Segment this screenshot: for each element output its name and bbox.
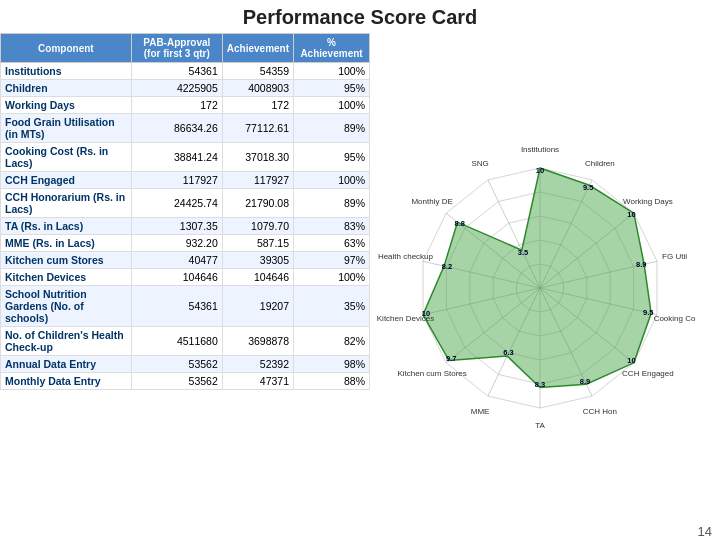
value-cell: 47371 <box>222 373 293 390</box>
value-cell: 104646 <box>131 269 222 286</box>
component-cell: No. of Children's Health Check-up <box>1 327 132 356</box>
component-cell: CCH Honorarium (Rs. in Lacs) <box>1 189 132 218</box>
pct-cell: 63% <box>294 235 370 252</box>
radar-label: FG Util <box>662 252 687 261</box>
pct-cell: 97% <box>294 252 370 269</box>
radar-value: 6.3 <box>503 348 513 357</box>
table-row: Kitchen Devices104646104646100% <box>1 269 370 286</box>
table-row: No. of Children's Health Check-up4511680… <box>1 327 370 356</box>
radar-label: Working Days <box>623 197 673 206</box>
value-cell: 54361 <box>131 63 222 80</box>
value-cell: 37018.30 <box>222 143 293 172</box>
pct-cell: 100% <box>294 172 370 189</box>
radar-label: TA <box>535 421 545 430</box>
value-cell: 77112.61 <box>222 114 293 143</box>
radar-label: Health checkup <box>378 252 434 261</box>
table-row: CCH Engaged117927117927100% <box>1 172 370 189</box>
pct-cell: 100% <box>294 63 370 80</box>
pct-cell: 100% <box>294 269 370 286</box>
radar-value: 8.9 <box>636 260 646 269</box>
value-cell: 172 <box>222 97 293 114</box>
value-cell: 53562 <box>131 373 222 390</box>
radar-label: CCH Engaged <box>622 369 674 378</box>
value-cell: 54361 <box>131 286 222 327</box>
radar-value: 10 <box>536 166 544 175</box>
page-title: Performance Score Card <box>0 0 720 33</box>
table-row: Monthly Data Entry535624737188% <box>1 373 370 390</box>
radar-label: Children <box>585 159 615 168</box>
pct-cell: 83% <box>294 218 370 235</box>
value-cell: 38841.24 <box>131 143 222 172</box>
value-cell: 932.20 <box>131 235 222 252</box>
radar-value: 9.5 <box>643 308 653 317</box>
radar-value: 10 <box>627 356 635 365</box>
component-cell: Kitchen cum Stores <box>1 252 132 269</box>
col-header-component: Component <box>1 34 132 63</box>
page-number: 14 <box>698 524 712 539</box>
pct-cell: 82% <box>294 327 370 356</box>
pct-cell: 89% <box>294 114 370 143</box>
value-cell: 4008903 <box>222 80 293 97</box>
svg-marker-19 <box>423 168 651 388</box>
component-cell: Food Grain Utilisation (in MTs) <box>1 114 132 143</box>
component-cell: Children <box>1 80 132 97</box>
pct-cell: 95% <box>294 80 370 97</box>
radar-value: 9.7 <box>446 354 456 363</box>
value-cell: 1307.35 <box>131 218 222 235</box>
component-cell: Institutions <box>1 63 132 80</box>
table-row: Cooking Cost (Rs. in Lacs)38841.2437018.… <box>1 143 370 172</box>
value-cell: 117927 <box>222 172 293 189</box>
col-header-pct: % Achievement <box>294 34 370 63</box>
value-cell: 54359 <box>222 63 293 80</box>
col-header-pab: PAB-Approval (for first 3 qtr) <box>131 34 222 63</box>
pct-cell: 95% <box>294 143 370 172</box>
component-cell: CCH Engaged <box>1 172 132 189</box>
radar-value: 8.3 <box>535 380 545 389</box>
component-cell: Monthly Data Entry <box>1 373 132 390</box>
value-cell: 4225905 <box>131 80 222 97</box>
component-cell: MME (Rs. in Lacs) <box>1 235 132 252</box>
value-cell: 104646 <box>222 269 293 286</box>
radar-label: Kitchen cum Stores <box>397 369 466 378</box>
value-cell: 1079.70 <box>222 218 293 235</box>
table-row: School Nutrition Gardens (No. of schools… <box>1 286 370 327</box>
pct-cell: 98% <box>294 356 370 373</box>
radar-chart: InstitutionsChildrenWorking DaysFG UtilC… <box>375 133 715 443</box>
radar-label: SNG <box>471 159 488 168</box>
value-cell: 172 <box>131 97 222 114</box>
table-row: Food Grain Utilisation (in MTs)86634.267… <box>1 114 370 143</box>
radar-label: Institutions <box>521 145 559 154</box>
table-row: Institutions5436154359100% <box>1 63 370 80</box>
pct-cell: 88% <box>294 373 370 390</box>
radar-value: 8.8 <box>455 219 465 228</box>
col-header-achievement: Achievement <box>222 34 293 63</box>
value-cell: 53562 <box>131 356 222 373</box>
radar-value: 9.5 <box>583 183 593 192</box>
value-cell: 24425.74 <box>131 189 222 218</box>
radar-value: 8.2 <box>442 262 452 271</box>
value-cell: 19207 <box>222 286 293 327</box>
table-row: Children4225905400890395% <box>1 80 370 97</box>
table-row: Kitchen cum Stores404773930597% <box>1 252 370 269</box>
radar-value: 10 <box>422 309 430 318</box>
value-cell: 52392 <box>222 356 293 373</box>
data-table-section: Component PAB-Approval (for first 3 qtr)… <box>0 33 370 540</box>
pct-cell: 100% <box>294 97 370 114</box>
radar-chart-section: InstitutionsChildrenWorking DaysFG UtilC… <box>370 33 720 540</box>
component-cell: Kitchen Devices <box>1 269 132 286</box>
radar-label: Monthly DE <box>411 197 452 206</box>
table-row: TA (Rs. in Lacs)1307.351079.7083% <box>1 218 370 235</box>
table-row: Annual Data Entry535625239298% <box>1 356 370 373</box>
component-cell: Working Days <box>1 97 132 114</box>
value-cell: 40477 <box>131 252 222 269</box>
table-row: Working Days172172100% <box>1 97 370 114</box>
radar-value: 3.5 <box>518 248 528 257</box>
radar-label: Cooking Co <box>654 314 696 323</box>
radar-value: 10 <box>627 210 635 219</box>
component-cell: Annual Data Entry <box>1 356 132 373</box>
value-cell: 3698878 <box>222 327 293 356</box>
value-cell: 86634.26 <box>131 114 222 143</box>
component-cell: School Nutrition Gardens (No. of schools… <box>1 286 132 327</box>
component-cell: Cooking Cost (Rs. in Lacs) <box>1 143 132 172</box>
pct-cell: 89% <box>294 189 370 218</box>
